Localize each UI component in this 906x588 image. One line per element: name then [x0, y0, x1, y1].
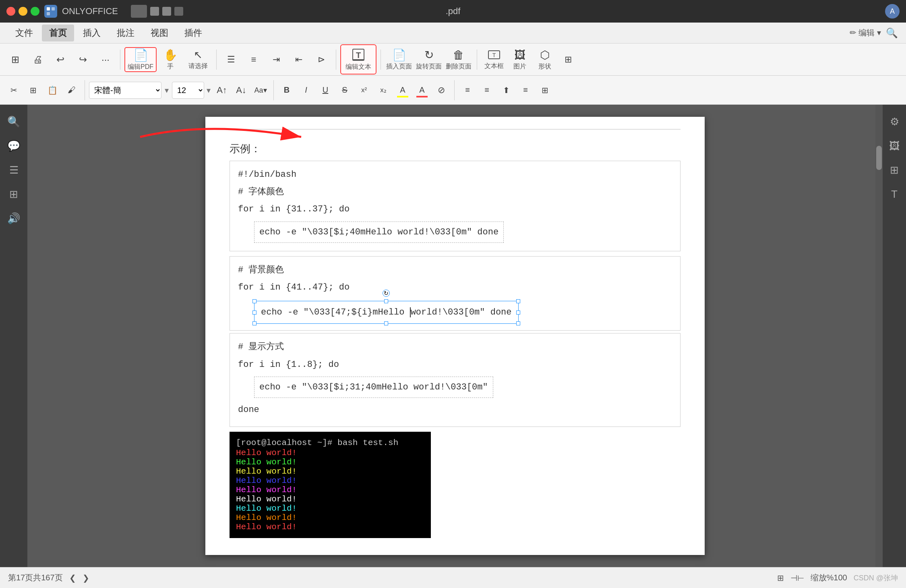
menubar: 文件 首页 插入 批注 视图 插件 ✏ 编辑 ▾ 🔍 [0, 23, 906, 43]
align-left-button[interactable]: ≡ [459, 81, 476, 99]
image-label: 图片 [513, 62, 526, 71]
sidebar-toc[interactable]: ☰ [3, 159, 24, 180]
clear-format-button[interactable]: ⊘ [432, 81, 450, 99]
sidebar-comments[interactable]: 💬 [3, 135, 24, 156]
superscript-button[interactable]: x² [355, 81, 373, 99]
maximize-button[interactable] [31, 7, 39, 16]
rotate-page-label: 旋转页面 [416, 62, 442, 71]
indent1-button[interactable]: ⇥ [266, 47, 287, 72]
insert-page-button[interactable]: 📄 插入页面 [385, 47, 413, 72]
textbox-button[interactable]: T 文本框 [481, 47, 507, 72]
right-sidebar-image[interactable]: 🖼 [884, 135, 905, 156]
menu-comment[interactable]: 批注 [110, 25, 142, 41]
fit-page-button[interactable]: ⊞ [777, 573, 784, 583]
prev-page-button[interactable]: ❮ [69, 573, 76, 583]
new-button[interactable]: ⊞ [5, 47, 26, 72]
right-sidebar-table[interactable]: ⊞ [884, 159, 905, 180]
underline-button[interactable]: U [316, 81, 334, 99]
terminal-line-6: Hello world! [236, 495, 424, 504]
more2-button[interactable]: ⊞ [558, 47, 578, 72]
sidebar-audio[interactable]: 🔊 [3, 208, 24, 229]
handle-tm[interactable] [384, 299, 388, 303]
list2-button[interactable]: ≡ [243, 47, 264, 72]
right-sidebar-settings[interactable]: ⚙ [884, 111, 905, 132]
col-spacing-button[interactable]: ⊞ [536, 81, 554, 99]
search-icon[interactable]: 🔍 [886, 27, 898, 39]
delete-page-button[interactable]: 🗑 删除页面 [445, 47, 473, 72]
sidebar-search[interactable]: 🔍 [3, 111, 24, 132]
thumbnail3 [162, 7, 171, 16]
scrollbar-thumb[interactable] [876, 146, 882, 170]
selected-code-text[interactable]: echo -e "\033[47;${i}mHello ​world!\033[… [261, 307, 512, 317]
rotate-page-button[interactable]: ↻ 旋转页面 [415, 47, 443, 72]
indent3-button[interactable]: ⊳ [311, 47, 332, 72]
font-name-select[interactable]: 宋體-簡 [89, 82, 161, 99]
handle-br[interactable] [516, 321, 520, 325]
highlight-icon: A [400, 85, 405, 95]
font-size-select[interactable]: 12 [172, 82, 204, 99]
edit-mode-label[interactable]: ✏ 编辑 ▾ [850, 27, 881, 38]
line-spacing-button[interactable]: ≡ [517, 81, 534, 99]
handle-ml[interactable] [252, 311, 256, 315]
copy-button[interactable]: ⊞ [24, 81, 42, 99]
code-indent-block1: echo -e "\033[$i;40mHello world!\033[0m"… [254, 220, 672, 244]
redo-button[interactable]: ↪ [72, 47, 93, 72]
terminal-line-4: Hello world! [236, 476, 424, 485]
code-dashed-3: echo -e "\033[$i;31;40mHello world!\033[… [254, 377, 493, 398]
image-button[interactable]: 🖼 图片 [509, 47, 531, 72]
hand-button[interactable]: ✋ 手 [158, 47, 182, 72]
minimize-button[interactable] [19, 7, 27, 16]
handle-bl[interactable] [252, 321, 256, 325]
menu-plugin[interactable]: 插件 [177, 25, 209, 41]
terminal-output: [root@localhost ~]# bash test.sh Hello w… [230, 432, 431, 538]
font-grow-button[interactable]: A↑ [213, 81, 231, 99]
list1-button[interactable]: ☰ [221, 47, 242, 72]
edit-pdf-button[interactable]: 📄 编辑PDF [124, 47, 157, 72]
format-paint-button[interactable]: 🖌 [63, 81, 81, 99]
font-case-button[interactable]: Aa▾ [252, 81, 269, 99]
paste2-button[interactable]: 📋 [43, 81, 61, 99]
strikethrough-button[interactable]: S [336, 81, 354, 99]
statusbar: 第17页共167页 ❮ ❯ ⊞ ⊣⊢ 缩放%100 CSDN @张坤 [0, 567, 906, 588]
handle-mr[interactable] [516, 311, 520, 315]
handle-bm[interactable] [384, 321, 388, 325]
shape-label: 形状 [538, 62, 551, 71]
bold-button[interactable]: B [278, 81, 296, 99]
more-button[interactable]: ··· [95, 47, 116, 72]
highlight-button[interactable]: A [394, 81, 412, 99]
italic-button[interactable]: I [297, 81, 315, 99]
shape-button[interactable]: ⬡ 形状 [533, 47, 557, 72]
terminal-line-3: Hello world! [236, 467, 424, 476]
font-shrink-button[interactable]: A↓ [232, 81, 250, 99]
print-button[interactable]: 🖨 [27, 47, 48, 72]
align-center-button[interactable]: ≡ [478, 81, 496, 99]
sidebar-pages[interactable]: ⊞ [3, 184, 24, 205]
right-sidebar-font[interactable]: T [884, 184, 905, 205]
user-avatar[interactable]: A [885, 4, 900, 19]
undo-button[interactable]: ↩ [50, 47, 71, 72]
fit-width-button[interactable]: ⊣⊢ [790, 573, 804, 583]
valign-top-button[interactable]: ⬆ [497, 81, 515, 99]
edit-text-button[interactable]: T 编辑文本 [340, 44, 376, 75]
menu-insert[interactable]: 插入 [76, 25, 108, 41]
menu-home[interactable]: 首页 [42, 25, 74, 41]
font-color-button[interactable]: A [413, 81, 431, 99]
indent3-icon: ⊳ [318, 54, 325, 65]
indent2-button[interactable]: ⇤ [288, 47, 309, 72]
handle-tl[interactable] [252, 299, 256, 303]
menu-view[interactable]: 视图 [143, 25, 176, 41]
subscript-button[interactable]: x₂ [374, 81, 392, 99]
svg-text:T: T [356, 51, 361, 60]
scrollbar-vertical[interactable] [875, 105, 883, 567]
cut-button[interactable]: ✂ [5, 81, 23, 99]
handle-tr[interactable] [516, 299, 520, 303]
rotate-handle[interactable]: ↻ [383, 290, 390, 297]
select-button[interactable]: ↖ 请选择 [184, 47, 212, 72]
top-rule [230, 129, 681, 130]
selected-box[interactable]: echo -e "\033[47;${i}mHello ​world!\033[… [254, 301, 519, 324]
next-page-button[interactable]: ❯ [83, 573, 89, 583]
sep4 [381, 50, 381, 70]
sep8 [454, 80, 455, 100]
close-button[interactable] [6, 7, 15, 16]
menu-file[interactable]: 文件 [8, 25, 40, 41]
